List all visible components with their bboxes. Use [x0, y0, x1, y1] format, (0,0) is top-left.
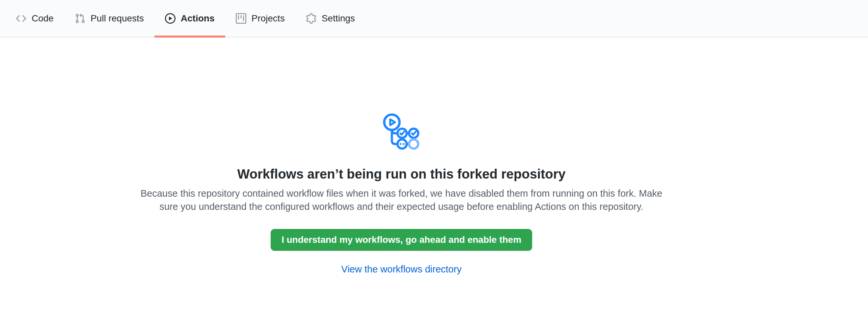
tab-settings[interactable]: Settings — [296, 0, 366, 37]
project-icon — [236, 13, 246, 24]
tab-projects[interactable]: Projects — [225, 0, 296, 37]
repo-tab-nav: Code Pull requests Actions Projects Sett… — [0, 0, 868, 37]
play-icon — [165, 13, 176, 24]
tab-code[interactable]: Code — [5, 0, 64, 37]
tab-actions[interactable]: Actions — [154, 0, 225, 37]
tab-label: Settings — [322, 14, 355, 23]
tab-label: Code — [32, 14, 54, 23]
tab-label: Projects — [252, 14, 285, 23]
actions-disabled-blankslate: Workflows aren’t being run on this forke… — [0, 37, 803, 275]
git-pull-request-icon — [75, 13, 85, 24]
tab-pull-requests[interactable]: Pull requests — [64, 0, 154, 37]
tab-label: Pull requests — [91, 14, 144, 23]
blankslate-description: Because this repository contained workfl… — [136, 187, 666, 213]
tab-label: Actions — [181, 14, 215, 23]
workflow-graph-icon — [381, 112, 422, 153]
blankslate-title: Workflows aren’t being run on this forke… — [237, 167, 565, 182]
code-icon — [16, 13, 26, 24]
enable-workflows-button[interactable]: I understand my workflows, go ahead and … — [271, 229, 532, 251]
gear-icon — [306, 13, 316, 24]
view-workflows-directory-link[interactable]: View the workflows directory — [341, 264, 461, 275]
